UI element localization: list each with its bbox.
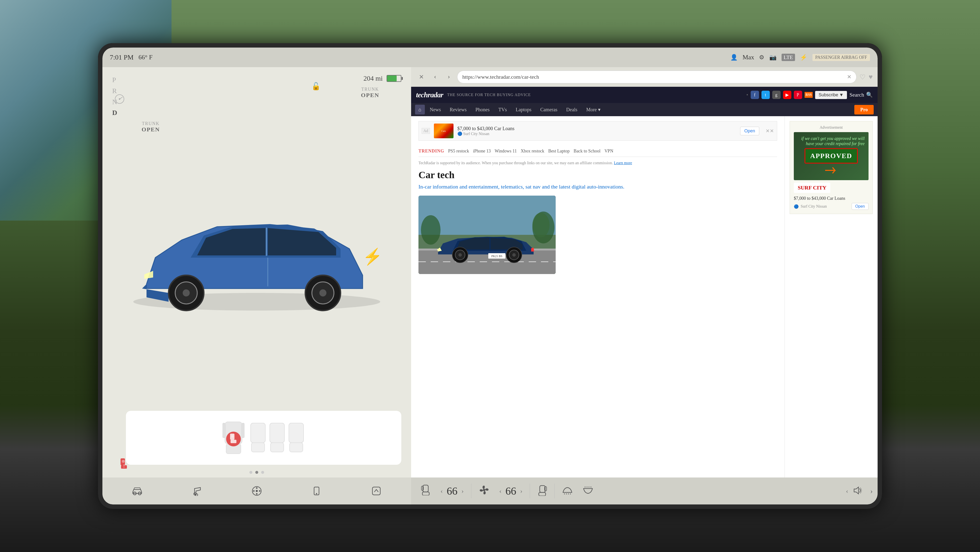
status-temperature: 66° F [138, 54, 153, 61]
browser-close-button[interactable]: ✕ [416, 72, 427, 82]
url-bar[interactable]: https://www.techradar.com/car-tech ✕ [457, 70, 856, 83]
nav-more[interactable]: More ▾ [582, 105, 605, 115]
trending-iphone[interactable]: iPhone 13 [473, 148, 491, 154]
trending-windows[interactable]: Windows 11 [495, 148, 517, 154]
browser-panel: ✕ ‹ › https://www.techradar.com/car-tech… [411, 67, 878, 504]
nav-home-icon[interactable]: ⌂ [415, 105, 425, 115]
volume-decrease[interactable]: ‹ [846, 487, 848, 495]
porsche-car-svg: PK21 BS [418, 196, 556, 274]
rear-seats [250, 422, 305, 454]
favorite-icon[interactable]: ♥ [869, 73, 873, 81]
fan-icon[interactable] [479, 485, 490, 498]
trending-backtoschool[interactable]: Back to School [574, 148, 600, 154]
ad-close-icon[interactable]: ✕✕ [765, 128, 774, 134]
svg-point-49 [458, 253, 462, 257]
dot-3[interactable] [261, 471, 264, 474]
defrost-rear-icon[interactable] [582, 486, 593, 496]
trunk-left-label: TRUNK OPEN [142, 121, 160, 133]
ad-label: Ad [422, 128, 430, 134]
tesla-car-svg: ⚡ [102, 87, 411, 411]
climate-divider-3 [554, 483, 555, 498]
sidebar-ad-source: 🔵 Surf City Nissan Open [794, 203, 869, 210]
seat-left-icon [421, 485, 431, 495]
trending-laptop[interactable]: Best Laptop [548, 148, 570, 154]
svg-rect-22 [231, 440, 236, 443]
seat-display[interactable] [126, 411, 401, 465]
nav-apps-icon[interactable] [250, 483, 264, 498]
facebook-icon[interactable]: f [751, 91, 759, 99]
camera-icon: 📷 [769, 54, 776, 61]
content-main[interactable]: Ad Cars $7,000 to $43,000 Car Loans 🔵 Su… [411, 116, 784, 477]
nav-car-icon[interactable] [130, 483, 145, 498]
nav-reviews[interactable]: Reviews [446, 105, 471, 115]
pro-badge[interactable]: Pro [854, 105, 874, 115]
defrost-front-svg [562, 486, 573, 495]
right-temp-decrease[interactable]: ‹ [499, 487, 501, 495]
dot-1[interactable] [250, 471, 252, 474]
right-temp-increase[interactable]: › [520, 487, 522, 495]
browser-back-button[interactable]: ‹ [430, 72, 441, 82]
sidebar-ad: Advertisement if we can't get you approv… [790, 121, 873, 214]
surf-city-ad: if we can't get you approved we will hav… [794, 132, 869, 180]
apps-nav-icon [252, 486, 262, 496]
volume-svg-icon [852, 486, 863, 495]
svg-text:⚡: ⚡ [363, 247, 382, 266]
techradar-nav: ⌂ News Reviews Phones TVs Laptops Camera… [411, 103, 878, 116]
sidebar-open-button[interactable]: Open [852, 203, 869, 210]
nav-deals[interactable]: Deals [562, 105, 581, 115]
google-icon[interactable]: g [772, 91, 781, 99]
svg-point-52 [512, 253, 516, 257]
main-content: P R N D 204 mi [102, 67, 878, 504]
ad-open-button[interactable]: Open [740, 127, 759, 135]
nav-up-icon[interactable] [369, 483, 384, 498]
bookmark-icon[interactable]: ♡ [859, 73, 865, 81]
nav-music-icon[interactable] [189, 483, 204, 498]
subscribe-arrow: ▼ [839, 93, 843, 97]
browser-forward-button[interactable]: › [444, 72, 454, 82]
youtube-icon[interactable]: ▶ [783, 91, 791, 99]
svg-point-11 [320, 289, 326, 297]
nav-tvs[interactable]: TVs [495, 105, 511, 115]
subscribe-button[interactable]: Subscribe ▼ [815, 91, 847, 99]
nav-news[interactable]: News [426, 105, 445, 115]
seat-alert-button[interactable] [226, 432, 241, 446]
arrow-decoration [798, 166, 865, 176]
defrost-front-icon[interactable] [562, 486, 573, 496]
trending-ps5[interactable]: PS5 restock [448, 148, 469, 154]
content-sidebar: Advertisement if we can't get you approv… [784, 116, 878, 477]
twitter-icon[interactable]: t [762, 91, 770, 99]
volume-icon[interactable] [852, 486, 863, 496]
browser-content: Ad Cars $7,000 to $43,000 Car Loans 🔵 Su… [411, 116, 878, 477]
ad-thumbnail: Cars [434, 124, 453, 138]
svg-rect-20 [242, 423, 245, 438]
search-button[interactable]: Search 🔍 [850, 92, 873, 98]
affiliate-text: TechRadar is supported by its audience. … [418, 161, 613, 165]
climate-expand-icon[interactable]: › [870, 487, 873, 495]
rss-icon[interactable]: RSS [805, 92, 813, 98]
nav-laptops[interactable]: Laptops [512, 105, 535, 115]
sidebar-source-icon: 🔵 [794, 204, 799, 209]
trending-vpn[interactable]: VPN [605, 148, 613, 154]
svg-rect-29 [290, 443, 303, 452]
left-temp-section: ‹ 66 › [436, 485, 469, 497]
url-clear-button[interactable]: ✕ [847, 74, 851, 80]
subscribe-label: Subscribe [819, 93, 838, 97]
nav-cameras[interactable]: Cameras [536, 105, 561, 115]
rear-seat-mid-icon [269, 422, 286, 454]
article-image[interactable]: PK21 BS [418, 196, 556, 274]
learn-more-link[interactable]: Learn more [614, 161, 632, 165]
nav-phones[interactable]: Phones [471, 105, 493, 115]
left-temp-increase[interactable]: › [461, 487, 463, 495]
ad-title: $7,000 to $43,000 Car Loans [457, 126, 736, 131]
svg-rect-41 [372, 487, 380, 495]
status-time: 7:01 PM [110, 53, 134, 61]
dot-2[interactable] [255, 471, 258, 474]
trending-xbox[interactable]: Xbox restock [520, 148, 544, 154]
nav-phone-icon[interactable] [309, 483, 324, 498]
climate-divider-2 [530, 483, 530, 498]
left-temp-decrease[interactable]: ‹ [441, 487, 443, 495]
svg-rect-24 [251, 423, 265, 443]
pinterest-icon[interactable]: P [794, 91, 802, 99]
settings-icon: ⚙ [759, 54, 764, 61]
svg-point-38 [253, 490, 255, 492]
